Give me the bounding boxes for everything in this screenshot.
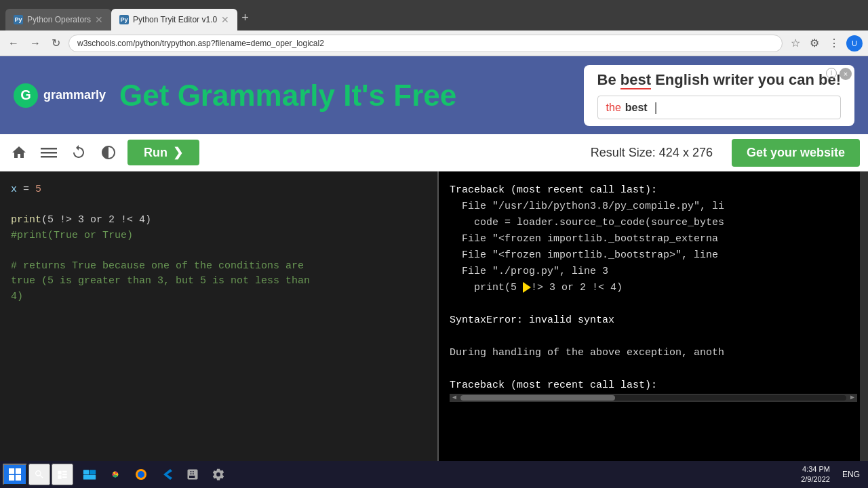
search-button[interactable] — [28, 464, 50, 485]
extensions-button[interactable]: ⚙ — [807, 34, 822, 52]
output-line-12 — [450, 361, 857, 378]
output-line-2: File "/usr/lib/python3.8/py_compile.py",… — [450, 199, 857, 215]
menu-button[interactable]: ⋮ — [826, 34, 842, 52]
svg-rect-4 — [16, 468, 21, 474]
ad-input-mock: the best | — [597, 96, 841, 119]
ad-best-suggestion: best — [625, 102, 648, 114]
ad-close-button[interactable]: × — [840, 68, 852, 80]
address-bar[interactable] — [68, 35, 783, 52]
svg-point-13 — [138, 471, 144, 478]
taskbar-vscode[interactable] — [155, 462, 179, 487]
tab-favicon-2: Py — [119, 15, 129, 24]
tab-tryit-editor[interactable]: Py Python Tryit Editor v1.0 ✕ — [111, 9, 237, 30]
output-line-1: Traceback (most recent call last): — [450, 182, 857, 199]
browser-tabs: Py Python Operators ✕ Py Python Tryit Ed… — [5, 0, 253, 30]
output-line-13: Traceback (most recent call last): — [450, 378, 857, 394]
language-indicator: ENG — [837, 470, 865, 479]
browser-actions: ☆ ⚙ ⋮ U — [788, 34, 863, 52]
svg-rect-1 — [41, 152, 57, 154]
vertical-scrollbar[interactable] — [860, 171, 868, 480]
tab-python-operators[interactable]: Py Python Operators ✕ — [5, 9, 111, 30]
output-line-3: code = loader.source_to_code(source_byte… — [450, 215, 857, 231]
taskbar-explorer[interactable] — [77, 462, 102, 487]
scrollbar-track — [460, 395, 846, 401]
run-label: Run — [144, 146, 167, 160]
svg-rect-6 — [16, 475, 21, 481]
ad-cursor: | — [654, 100, 658, 115]
grammarly-logo: G grammarly — [14, 83, 106, 108]
taskbar-chrome[interactable] — [103, 462, 127, 487]
taskbar-settings[interactable] — [206, 462, 231, 487]
home-icon[interactable] — [8, 142, 30, 163]
code-line-7: true (5 is greater than 3, but 5 is not … — [11, 274, 427, 289]
svg-rect-0 — [41, 148, 57, 150]
scroll-left-btn[interactable]: ◀ — [450, 392, 459, 403]
ad-side-panel: i × Be best English writer you can be! t… — [584, 65, 854, 126]
run-arrow-icon: ❯ — [173, 145, 183, 160]
grammarly-letter: G — [20, 87, 31, 103]
taskbar-calculator[interactable] — [180, 462, 205, 487]
tab-label-2: Python Tryit Editor v1.0 — [133, 15, 217, 24]
start-button[interactable] — [3, 464, 27, 485]
output-panel[interactable]: Traceback (most recent call last): File … — [437, 171, 868, 488]
main-content: x = 5 print(5 !> 3 or 2 !< 4) #print(Tru… — [0, 171, 868, 488]
new-tab-button[interactable]: + — [237, 11, 253, 25]
output-line-10 — [450, 329, 857, 345]
output-line-7: print(5 !> 3 or 2 !< 4) — [450, 280, 857, 296]
toolbar: Run ❯ Result Size: 424 x 276 Get your we… — [0, 134, 868, 171]
forward-button[interactable]: → — [27, 35, 43, 52]
task-view-button[interactable] — [52, 464, 73, 485]
taskbar-firefox[interactable] — [129, 462, 153, 487]
taskbar-clock: 4:34 PM 2/9/2022 — [801, 464, 835, 485]
ad-text-grammarly: Grammarly — [178, 79, 335, 112]
taskbar: 4:34 PM 2/9/2022 ENG — [0, 461, 868, 488]
code-line-8: 4) — [11, 289, 427, 305]
tab-label-1: Python Operators — [27, 15, 91, 24]
cursor-icon — [523, 282, 531, 293]
output-line-5: File "<frozen importlib._bootstrap>", li… — [450, 247, 857, 264]
browser-chrome: Py Python Operators ✕ Py Python Tryit Ed… — [0, 0, 868, 30]
svg-rect-5 — [9, 475, 14, 481]
address-bar-row: ← → ↻ ☆ ⚙ ⋮ U — [0, 30, 868, 56]
code-line-2 — [11, 198, 427, 214]
code-line-1: x = 5 — [11, 182, 427, 198]
grammarly-icon: G — [14, 83, 38, 108]
svg-rect-3 — [9, 468, 14, 474]
taskbar-apps — [77, 462, 231, 487]
ad-best-word: best — [620, 71, 651, 89]
svg-rect-7 — [83, 470, 89, 474]
scroll-right-btn[interactable]: ▶ — [848, 392, 857, 403]
contrast-icon[interactable] — [98, 142, 119, 163]
reload-button[interactable]: ↻ — [49, 34, 63, 52]
get-website-button[interactable]: Get your website — [732, 139, 860, 167]
svg-rect-9 — [90, 470, 96, 474]
scrollbar-thumb[interactable] — [460, 395, 615, 401]
menu-icon[interactable] — [38, 142, 60, 163]
back-button[interactable]: ← — [5, 35, 22, 52]
ad-info-icon[interactable]: i — [826, 68, 837, 79]
output-line-6: File "./prog.py", line 3 — [450, 264, 857, 280]
code-line-4: #print(True or True) — [11, 228, 427, 244]
ad-text-get: Get Grammarly It's Free — [119, 79, 456, 112]
ad-side-title: Be best English writer you can be! — [597, 71, 841, 89]
output-line-8 — [450, 296, 857, 312]
ad-main-text: Get Grammarly It's Free — [119, 79, 570, 113]
profile-button[interactable]: U — [846, 35, 863, 52]
code-line-6: # returns True because one of the condit… — [11, 259, 427, 274]
ad-banner: G grammarly Get Grammarly It's Free i × … — [0, 56, 868, 134]
bookmark-button[interactable]: ☆ — [788, 34, 803, 52]
tab-close-2[interactable]: ✕ — [221, 14, 229, 25]
grammarly-name: grammarly — [43, 88, 106, 102]
tab-favicon-1: Py — [14, 15, 23, 24]
horizontal-scrollbar[interactable]: ◀ ▶ — [450, 394, 857, 402]
output-line-11: During handling of the above exception, … — [450, 345, 857, 361]
tab-close-1[interactable]: ✕ — [95, 14, 103, 25]
code-editor[interactable]: x = 5 print(5 !> 3 or 2 !< 4) #print(Tru… — [0, 171, 437, 488]
svg-rect-8 — [83, 475, 96, 480]
code-line-3: print(5 !> 3 or 2 !< 4) — [11, 213, 427, 228]
rotate-icon[interactable] — [68, 142, 90, 163]
output-syntax-error: SyntaxError: invalid syntax — [450, 312, 857, 329]
taskbar-time-display: 4:34 PM — [801, 464, 830, 474]
result-size: Result Size: 424 x 276 — [591, 146, 713, 160]
run-button[interactable]: Run ❯ — [127, 140, 199, 165]
